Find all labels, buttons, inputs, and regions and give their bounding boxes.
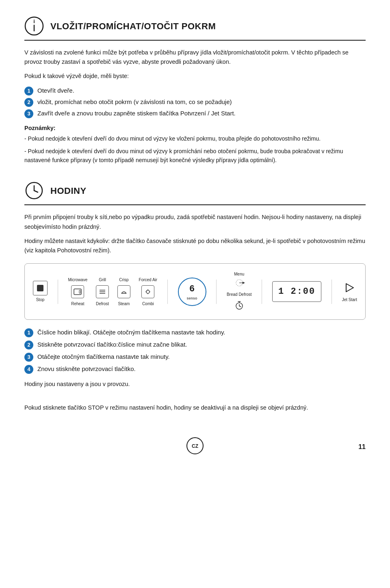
control-panel: Stop Microwave Reheat Grill Defrost [24,263,366,320]
jet-start-icon [342,280,357,295]
knob: 6 senso [178,278,206,306]
country-badge: CZ [186,437,204,458]
svg-text:CZ: CZ [192,443,198,449]
clock-icon [24,181,44,200]
section-vložit: i VLOŽIT/PROMÍCHAT/OTOČIT POKRM V závisl… [24,16,366,165]
section-vložit-intro1: V závislosti na zvolené funkci může být … [24,48,366,67]
section-vložit-steps: 1 Otevřít dveře. 2 vložit, promíchat neb… [24,86,366,118]
time-display: 1 2:00 [272,281,321,302]
grill-defrost-group: Grill Defrost [96,277,109,307]
crisp-label: Crisp [119,277,128,283]
separator-1 [58,280,58,304]
notes: Poznámky: - Pokud nedojde k otevření dve… [24,124,366,165]
hodiny-steps: 1 Číslice hodin blikají. Otáčejte otočný… [24,328,366,374]
bread-defrost-label: Bread Defrost [227,291,252,297]
separator-5 [332,280,332,304]
svg-line-22 [239,306,241,307]
jet-start-label: Jet Start [342,297,357,303]
forced-air-label: Forced Air [139,277,158,283]
separator-4 [262,280,262,304]
step-1-num: 1 [24,87,33,95]
step-2-text: vložit, promíchat nebo otočit pokrm (v z… [37,98,232,107]
grill-icon [96,285,109,298]
menu-icon [234,279,245,290]
hodiny-step-3-text: Otáčejte otočným tlačítkema nastavte tak… [37,352,170,362]
svg-point-12 [146,290,150,293]
section-hodiny-title-bar: HODINY [24,181,366,205]
hodiny-step-2-num: 2 [24,341,33,349]
svg-marker-25 [346,284,353,292]
note-1: - Pokud nedojde k otevření dveří do dvou… [24,134,366,143]
separator-2 [167,280,168,304]
step-3: 3 Zavřít dveře a znovu troubu zapněte st… [24,109,366,118]
jet-start-panel: Jet Start [342,280,357,303]
microwave-reheat-group: Microwave Reheat [68,277,87,307]
step-1: 1 Otevřít dveře. [24,86,366,95]
forced-combi-group: Forced Air Combi [139,277,158,307]
page-number: 11 [358,442,366,452]
stop-button-panel: Stop [33,281,48,303]
svg-rect-7 [79,290,80,293]
step-3-num: 3 [24,109,33,118]
step-1-text: Otevřít dveře. [37,86,74,95]
knob-number: 6 [189,282,194,295]
hodiny-step-3: 3 Otáčejte otočným tlačítkema nastavte t… [24,352,366,362]
separator-3 [216,280,217,304]
hodiny-intro2: Hodiny můžete nastavit kdykoliv: držte t… [24,237,366,255]
hodiny-step-1-num: 1 [24,328,33,337]
forced-air-icon [141,285,154,298]
svg-rect-6 [74,289,81,295]
step-3-text: Zavřít dveře a znovu troubu zapněte stis… [37,109,236,118]
defrost-label: Defrost [96,301,109,307]
combi-label: Combi [142,301,154,307]
stop-inner-square [37,285,43,291]
note-2: - Pokud nedojde k otevření dveří do dvou… [24,147,366,165]
section-vložit-intro2: Pokud k takové výzvě dojde, měli byste: [24,72,366,81]
hodiny-intro1: Při prvním připojení trouby k síti,nebo … [24,213,366,231]
microwave-label: Microwave [68,277,87,283]
svg-line-5 [34,191,38,192]
hodiny-step-4-num: 4 [24,365,33,374]
stop-icon [33,281,48,295]
crisp-steam-group: Crisp Steam [117,277,130,307]
hodiny-step-2: 2 Stiskněte potvrzovací tlačítko:číslice… [24,340,366,349]
hodiny-step-4: 4 Znovu stiskněte potvrzovací tlačítko. [24,365,366,374]
step-2: 2 vložit, promíchat nebo otočit pokrm (v… [24,98,366,107]
steam-label: Steam [118,301,130,307]
section-hodiny: HODINY Při prvním připojení trouby k sít… [24,181,366,412]
grill-label: Grill [99,277,106,283]
timer-icon [235,301,244,312]
section-hodiny-heading: HODINY [50,184,87,197]
step-2-num: 2 [24,98,33,107]
section-vložit-heading: VLOŽIT/PROMÍCHAT/OTOČIT POKRM [50,20,216,33]
hodiny-step-1-text: Číslice hodin blikají. Otáčejte otočným … [37,328,225,337]
section-vložit-title: i VLOŽIT/PROMÍCHAT/OTOČIT POKRM [24,16,366,41]
crisp-icon [117,285,130,298]
hodiny-footer2: Pokud stisknete tlačítko STOP v režimu n… [24,403,366,412]
hodiny-step-3-num: 3 [24,353,33,362]
stop-label: Stop [36,297,45,303]
menu-breaddefrost-group: Menu Bread Defrost [227,271,252,312]
svg-marker-19 [243,282,245,284]
info-icon: i [24,16,44,36]
reheat-label: Reheat [71,301,84,307]
knob-sublabel: senso [187,296,197,302]
menu-label-top: Menu [234,271,244,277]
microwave-icon [71,285,84,298]
hodiny-step-1: 1 Číslice hodin blikají. Otáčejte otočný… [24,328,366,337]
hodiny-footer1: Hodiny jsou nastaveny a jsou v provozu. [24,380,366,389]
hodiny-step-4-text: Znovu stiskněte potvrzovací tlačítko. [37,365,136,374]
notes-title: Poznámky: [24,124,366,133]
hodiny-step-2-text: Stiskněte potvrzovací tlačítko:číslice m… [37,340,187,349]
svg-text:i: i [33,18,35,24]
